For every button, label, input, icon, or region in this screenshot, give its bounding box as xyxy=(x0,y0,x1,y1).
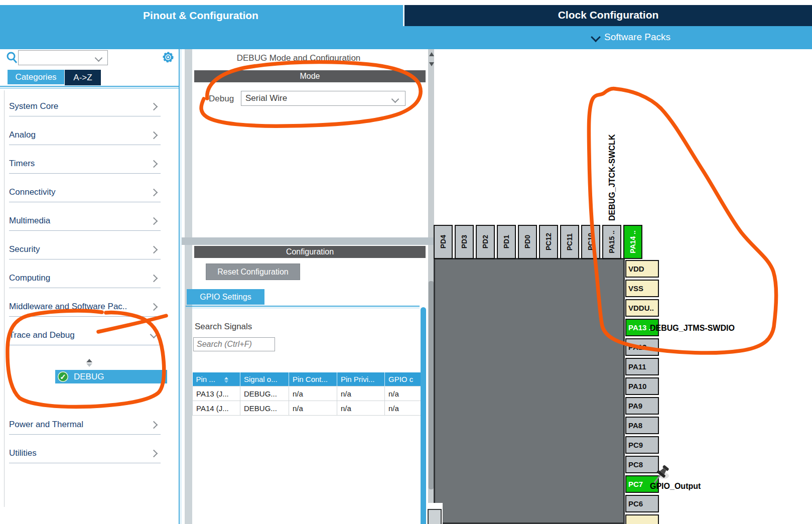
cell-gpio: n/a xyxy=(385,386,426,401)
sidebar-item-timers[interactable]: Timers xyxy=(9,154,161,174)
cell-signal: DEBUG... xyxy=(240,401,289,416)
pin-pa14[interactable]: PA14 .. xyxy=(623,225,642,259)
chevron-right-icon xyxy=(150,303,158,311)
chevron-right-icon xyxy=(150,275,158,283)
tab-clock-configuration-label[interactable]: Clock Configuration xyxy=(404,9,812,21)
section-divider-band xyxy=(182,237,434,245)
pin-vdd[interactable]: VDD xyxy=(625,260,659,278)
sidebar-left-border xyxy=(4,90,5,507)
gear-icon[interactable] xyxy=(162,51,175,64)
column-header-signal[interactable]: Signal o... xyxy=(240,372,289,386)
pin-pc6[interactable]: PC6 xyxy=(625,495,659,512)
sidebar-tab-categories[interactable]: Categories xyxy=(8,70,64,84)
signal-label-swdio: DEBUG_JTMS-SWDIO xyxy=(650,324,735,333)
sidebar-item-connectivity[interactable]: Connectivity xyxy=(9,182,161,202)
sidebar-item-debug-selected[interactable]: ✓ DEBUG xyxy=(55,370,167,383)
sidebar-item-analog[interactable]: Analog xyxy=(9,125,161,145)
cell-pin-context: n/a xyxy=(289,386,337,401)
check-icon: ✓ xyxy=(58,371,68,382)
pin-pd3[interactable]: PD3 xyxy=(455,225,474,259)
sidebar-item-power-and-thermal[interactable]: Power and Thermal xyxy=(9,415,161,435)
software-packs-menu[interactable]: Software Packs xyxy=(592,32,670,43)
column-header-gpio[interactable]: GPIO c xyxy=(385,372,426,386)
tab-pinout-configuration[interactable]: Pinout & Configuration xyxy=(0,10,401,22)
sidebar-item-system-core[interactable]: System Core xyxy=(9,96,161,116)
sidebar-item-middleware[interactable]: Middleware and Software Pac.. xyxy=(9,297,161,317)
scroll-down-arrow-icon[interactable] xyxy=(429,62,434,66)
column-header-label: Pin ... xyxy=(196,375,215,383)
cell-gpio: n/a xyxy=(385,401,426,416)
pin-partial-bottom[interactable] xyxy=(625,514,659,524)
chip-partial-pin-box xyxy=(428,509,442,524)
debug-item-label: DEBUG xyxy=(74,372,104,382)
tab-gpio-settings[interactable]: GPIO Settings xyxy=(187,289,264,305)
sidebar-item-label: Analog xyxy=(9,130,36,140)
search-signals-input[interactable] xyxy=(193,337,275,351)
table-row[interactable]: PA13 (J... DEBUG... n/a n/a n/a xyxy=(193,386,426,401)
pin-pa9[interactable]: PA9 xyxy=(625,397,659,415)
pin-pd4[interactable]: PD4 xyxy=(434,225,453,259)
pin-pa12[interactable]: PA12 xyxy=(625,338,659,356)
chevron-right-icon xyxy=(150,421,158,429)
chevron-down-icon xyxy=(95,54,103,62)
column-header-pin[interactable]: Pin ... xyxy=(193,372,240,386)
tabs-underline-2 xyxy=(0,88,179,88)
sidebar-item-label: Trace and Debug xyxy=(9,330,75,340)
pin-vddu[interactable]: VDDU.. xyxy=(625,299,659,317)
pin-pa15[interactable]: PA15 .. xyxy=(602,225,621,259)
scroll-up-arrow-icon[interactable] xyxy=(429,52,434,56)
vertical-scrollbar-thumb[interactable] xyxy=(429,281,434,489)
sidebar-tab-az[interactable]: A->Z xyxy=(65,70,101,85)
column-header-pin-context[interactable]: Pin Cont... xyxy=(289,372,337,386)
pin-pd0[interactable]: PD0 xyxy=(518,225,537,259)
pin-pc12[interactable]: PC12 xyxy=(539,225,558,259)
signal-label-swclk: DEBUG_JTCK-SWCLK xyxy=(608,114,617,221)
chip-top-pin-row: PD4 PD3 PD2 PD1 PD0 PC12 PC11 PC10 PA15 … xyxy=(434,225,642,259)
gpio-tab-underline-2 xyxy=(186,308,420,308)
pin-pc10[interactable]: PC10 xyxy=(581,225,600,259)
pin-vss[interactable]: VSS xyxy=(625,280,659,297)
pin-pa8[interactable]: PA8 xyxy=(625,417,659,434)
debug-mode-label: Debug xyxy=(209,94,234,104)
sidebar-item-security[interactable]: Security xyxy=(9,239,161,259)
chevron-down-icon xyxy=(391,95,399,103)
sidebar-item-trace-and-debug[interactable]: Trace and Debug xyxy=(9,325,161,345)
search-icon xyxy=(6,51,18,64)
cell-signal: DEBUG... xyxy=(240,386,289,401)
chip-body xyxy=(434,258,625,524)
cell-pin: PA14 (J... xyxy=(193,401,240,416)
column-header-pin-privilege[interactable]: Pin Privi... xyxy=(337,372,385,386)
panel-scrollbar-thumb[interactable] xyxy=(421,307,426,524)
signals-table: Pin ... Signal o... Pin Cont... Pin Priv… xyxy=(192,372,426,416)
table-row[interactable]: PA14 (J... DEBUG... n/a n/a n/a xyxy=(193,401,426,416)
sidebar-item-label: Power and Thermal xyxy=(9,420,83,429)
pin-pd2[interactable]: PD2 xyxy=(476,225,495,259)
panel-splitter[interactable] xyxy=(185,49,192,524)
configuration-section-header: Configuration xyxy=(194,246,426,258)
sidebar-item-utilities[interactable]: Utilities xyxy=(9,443,161,463)
sidebar-item-computing[interactable]: Computing xyxy=(9,268,161,288)
pin-pc11[interactable]: PC11 xyxy=(560,225,579,259)
debug-mode-select[interactable]: Serial Wire xyxy=(241,91,405,106)
pin-pd1[interactable]: PD1 xyxy=(497,225,516,259)
sidebar-item-label: Middleware and Software Pac.. xyxy=(9,302,127,311)
sidebar-item-label: Connectivity xyxy=(9,187,56,197)
pushpin-icon xyxy=(651,464,673,493)
pin-pa11[interactable]: PA11 xyxy=(625,358,659,375)
pin-pc9[interactable]: PC9 xyxy=(625,436,659,454)
pin-pa10[interactable]: PA10 xyxy=(625,377,659,395)
sidebar-right-border xyxy=(179,49,180,524)
chevron-right-icon xyxy=(150,132,158,140)
chevron-right-icon xyxy=(150,189,158,197)
tree-scroll-spinner[interactable] xyxy=(86,359,93,367)
sidebar-item-label: Multimedia xyxy=(9,216,50,225)
chevron-down-icon xyxy=(591,32,601,42)
module-filter-select[interactable] xyxy=(18,50,108,65)
sidebar-item-label: Computing xyxy=(9,273,50,283)
chevron-right-icon xyxy=(150,160,158,168)
reset-configuration-button[interactable]: Reset Configuration xyxy=(206,264,300,280)
sidebar-right-border-2 xyxy=(181,49,181,524)
search-signals-label: Search Signals xyxy=(195,322,252,332)
sidebar-item-label: Timers xyxy=(9,159,35,168)
sidebar-item-multimedia[interactable]: Multimedia xyxy=(9,211,161,231)
